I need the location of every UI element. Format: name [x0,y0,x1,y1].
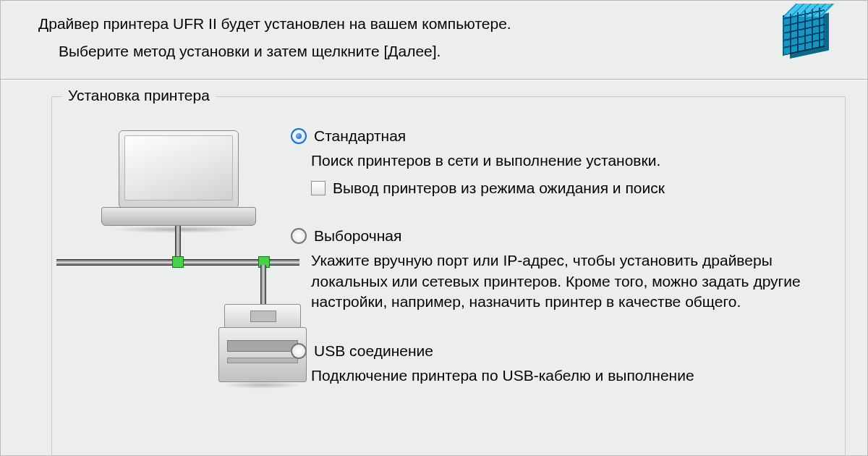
registry-cube-icon [777,8,835,64]
option-standard-desc: Поиск принтеров в сети и выполнение уста… [311,151,830,171]
option-custom-label: Выборочная [314,227,401,245]
wake-printers-checkbox-row[interactable]: Вывод принтеров из режима ожидания и пои… [311,180,830,197]
radio-standard[interactable] [291,128,307,144]
option-usb[interactable]: USB соединение Подключение принтера по U… [291,342,830,386]
option-custom[interactable]: Выборочная Укажите вручную порт или IP-а… [291,227,830,312]
installer-dialog: Драйвер принтера UFR II будет установлен… [0,0,868,456]
network-node-icon [172,256,184,268]
option-usb-desc: Подключение принтера по USB-кабелю и вып… [311,366,830,386]
group-legend: Установка принтера [62,87,216,104]
option-standard-label: Стандартная [314,127,406,145]
dialog-header: Драйвер принтера UFR II будет установлен… [1,1,867,79]
option-usb-label: USB соединение [314,342,433,360]
option-custom-desc: Укажите вручную порт или IP-адрес, чтобы… [311,250,830,312]
header-text-line2: Выберите метод установки и затем щелкнит… [38,43,780,60]
header-divider [1,79,867,80]
header-text-line1: Драйвер принтера UFR II будет установлен… [38,15,780,33]
network-illustration [67,126,291,387]
printer-install-group: Установка принтера [51,96,846,456]
wake-printers-checkbox[interactable] [311,181,326,195]
radio-custom[interactable] [291,228,307,244]
wake-printers-label: Вывод принтеров из режима ожидания и пои… [333,180,665,197]
option-standard[interactable]: Стандартная Поиск принтеров в сети и вып… [291,127,830,197]
